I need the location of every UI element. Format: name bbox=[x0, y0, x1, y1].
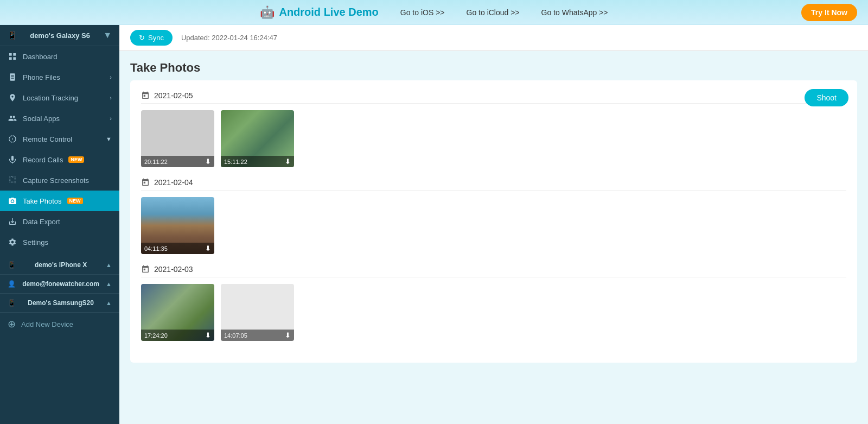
download-icon[interactable]: ⬇ bbox=[285, 157, 291, 166]
sidebar-item-label: Take Photos bbox=[23, 197, 62, 205]
photo-time: 14:07:05 bbox=[224, 332, 247, 339]
sidebar-item-label: Capture Screenshots bbox=[23, 176, 89, 185]
chevron-right-icon: › bbox=[110, 94, 112, 101]
photo-thumb: 20:11:22 ⬇ bbox=[141, 110, 214, 167]
nav-ios-link[interactable]: Go to iOS >> bbox=[400, 8, 445, 17]
sidebar-item-location-tracking[interactable]: Location Tracking › bbox=[0, 87, 119, 108]
photo-overlay: 14:07:05 ⬇ bbox=[221, 330, 294, 341]
date-text-2: 2021-02-04 bbox=[154, 178, 193, 187]
date-group-3: 2021-02-03 17:24:20 ⬇ 14:07:05 bbox=[141, 265, 846, 341]
content-area: ↻ Sync Updated: 2022-01-24 16:24:47 Take… bbox=[119, 25, 868, 424]
device-selector[interactable]: 📱 demo's Galaxy S6 ▼ bbox=[0, 25, 119, 46]
photo-thumb: 14:07:05 ⬇ bbox=[221, 284, 294, 341]
export-icon bbox=[8, 217, 17, 226]
photo-overlay: 20:11:22 ⬇ bbox=[141, 156, 214, 167]
photo-overlay: 15:11:22 ⬇ bbox=[221, 156, 294, 167]
svg-rect-3 bbox=[13, 57, 16, 60]
svg-rect-0 bbox=[9, 53, 12, 56]
samsung-icon: 📱 bbox=[8, 299, 16, 307]
try-it-now-button[interactable]: Try It Now bbox=[801, 4, 857, 21]
photo-thumb: 15:11:22 ⬇ bbox=[221, 110, 294, 167]
remote-icon bbox=[8, 134, 17, 144]
chevron-down-icon: ▼ bbox=[106, 136, 112, 142]
screenshot-icon bbox=[8, 175, 17, 185]
photos-row-3: 17:24:20 ⬇ 14:07:05 ⬇ bbox=[141, 284, 846, 341]
download-icon[interactable]: ⬇ bbox=[205, 331, 211, 339]
photos-row-2: 04:11:35 ⬇ bbox=[141, 197, 846, 254]
new-badge: NEW bbox=[68, 156, 84, 163]
sidebar-item-remote-control[interactable]: Remote Control ▼ bbox=[0, 129, 119, 149]
add-device-button[interactable]: ⊕ Add New Device bbox=[0, 313, 119, 336]
sync-icon: ↻ bbox=[139, 34, 145, 42]
nav-whatsapp-link[interactable]: Go to WhatsApp >> bbox=[541, 8, 608, 17]
add-icon: ⊕ bbox=[8, 318, 16, 330]
shoot-button[interactable]: Shoot bbox=[805, 89, 848, 106]
calendar-icon bbox=[141, 91, 150, 100]
new-badge: NEW bbox=[67, 198, 83, 204]
page-title: Take Photos bbox=[130, 51, 857, 80]
iphone-device[interactable]: 📱 demo's iPhone X ▲ bbox=[0, 256, 119, 275]
sub-header: ↻ Sync Updated: 2022-01-24 16:24:47 bbox=[119, 25, 868, 51]
camera-icon bbox=[8, 196, 17, 206]
chevron-down-icon: ▼ bbox=[103, 30, 112, 40]
sidebar-item-label: Data Export bbox=[23, 218, 60, 226]
photo-time: 04:11:35 bbox=[144, 245, 168, 252]
social-icon bbox=[8, 113, 17, 123]
sidebar-item-record-calls[interactable]: Record Calls NEW bbox=[0, 149, 119, 170]
date-text-1: 2021-02-05 bbox=[154, 91, 193, 100]
settings-icon bbox=[8, 237, 17, 247]
download-icon[interactable]: ⬇ bbox=[205, 157, 211, 166]
photo-time: 15:11:22 bbox=[224, 159, 247, 165]
location-icon bbox=[8, 93, 17, 103]
chevron-up-icon: ▲ bbox=[106, 281, 112, 287]
sidebar: 📱 demo's Galaxy S6 ▼ Dashboard Phone Fil… bbox=[0, 25, 119, 424]
download-icon[interactable]: ⬇ bbox=[285, 331, 291, 339]
account-name: demo@fonewatcher.com bbox=[22, 280, 99, 288]
date-label-1: 2021-02-05 bbox=[141, 91, 846, 104]
photo-thumb: 17:24:20 ⬇ bbox=[141, 284, 214, 341]
svg-rect-1 bbox=[13, 53, 16, 56]
sidebar-item-social-apps[interactable]: Social Apps › bbox=[0, 108, 119, 129]
sidebar-item-phone-files[interactable]: Phone Files › bbox=[0, 67, 119, 87]
account-device[interactable]: 👤 demo@fonewatcher.com ▲ bbox=[0, 275, 119, 294]
date-text-3: 2021-02-03 bbox=[154, 265, 193, 274]
device-icon: 📱 bbox=[8, 31, 17, 40]
calendar-icon bbox=[141, 178, 150, 187]
date-label-3: 2021-02-03 bbox=[141, 265, 846, 277]
chevron-up-icon: ▲ bbox=[106, 300, 112, 306]
android-icon: 🤖 bbox=[260, 5, 275, 20]
date-label-2: 2021-02-04 bbox=[141, 178, 846, 191]
photos-row-1: 20:11:22 ⬇ 15:11:22 ⬇ bbox=[141, 110, 846, 167]
sidebar-item-capture-screenshots[interactable]: Capture Screenshots bbox=[0, 170, 119, 191]
sidebar-item-label: Social Apps bbox=[23, 115, 60, 123]
samsung-device[interactable]: 📱 Demo's SamsungS20 ▲ bbox=[0, 294, 119, 313]
sidebar-item-data-export[interactable]: Data Export bbox=[0, 211, 119, 232]
chevron-right-icon: › bbox=[110, 115, 112, 122]
add-device-label: Add New Device bbox=[21, 320, 73, 328]
page-content: Take Photos Shoot 2021-02-05 20:11:22 ⬇ bbox=[119, 51, 868, 424]
updated-text: Updated: 2022-01-24 16:24:47 bbox=[181, 34, 277, 42]
sidebar-item-label: Record Calls bbox=[23, 156, 63, 164]
svg-rect-2 bbox=[9, 57, 12, 60]
samsung-device-name: Demo's SamsungS20 bbox=[28, 299, 94, 307]
iphone-device-name: demo's iPhone X bbox=[35, 261, 87, 269]
sidebar-item-dashboard[interactable]: Dashboard bbox=[0, 46, 119, 67]
chevron-up-icon: ▲ bbox=[106, 262, 112, 268]
sidebar-item-label: Dashboard bbox=[23, 53, 58, 61]
photo-thumb: 04:11:35 ⬇ bbox=[141, 197, 214, 254]
sidebar-item-take-photos[interactable]: Take Photos NEW bbox=[0, 191, 119, 211]
account-icon: 👤 bbox=[8, 280, 16, 288]
sidebar-item-label: Remote Control bbox=[23, 135, 72, 143]
date-group-1: 2021-02-05 20:11:22 ⬇ 15:11:22 bbox=[141, 91, 846, 167]
sync-label: Sync bbox=[148, 34, 164, 42]
date-group-2: 2021-02-04 04:11:35 ⬇ bbox=[141, 178, 846, 254]
app-title: 🤖 Android Live Demo bbox=[260, 5, 378, 20]
sync-button[interactable]: ↻ Sync bbox=[130, 30, 173, 46]
dashboard-icon bbox=[8, 52, 17, 61]
nav-icloud-link[interactable]: Go to iCloud >> bbox=[467, 8, 520, 17]
download-icon[interactable]: ⬇ bbox=[205, 244, 211, 252]
iphone-icon: 📱 bbox=[8, 261, 16, 269]
calendar-icon bbox=[141, 265, 150, 274]
photo-time: 17:24:20 bbox=[144, 332, 168, 339]
sidebar-item-settings[interactable]: Settings bbox=[0, 232, 119, 252]
